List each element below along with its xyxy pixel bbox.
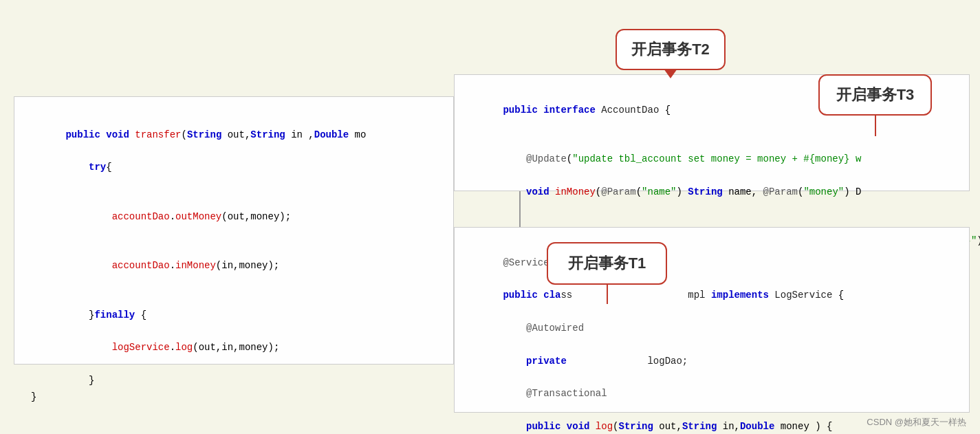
code-line-3 bbox=[31, 176, 437, 193]
callout-t3-connector bbox=[875, 116, 876, 136]
rt-line-3: @Update("update tbl_account set money = … bbox=[468, 135, 955, 168]
rb-line-5: @Transactional bbox=[468, 369, 955, 402]
code-line-1: public void transfer(String out,String i… bbox=[31, 111, 437, 144]
callout-t3-label: 开启事务T3 bbox=[836, 85, 915, 105]
callout-t1: 开启事务T1 bbox=[547, 242, 667, 285]
rt-line-5 bbox=[468, 201, 955, 217]
code-line-11: } bbox=[31, 389, 437, 406]
main-container: public void transfer(String out,String i… bbox=[0, 0, 980, 434]
code-line-6: accountDao.inMoney(in,money); bbox=[31, 241, 437, 274]
watermark: CSDN @她和夏天一样热 bbox=[867, 416, 966, 428]
connector-line bbox=[519, 191, 521, 227]
callout-t2: 开启事务T2 bbox=[616, 29, 726, 70]
code-line-7 bbox=[31, 274, 437, 291]
rb-line-1: @Service bbox=[468, 239, 955, 272]
left-code-panel: public void transfer(String out,String i… bbox=[14, 96, 454, 365]
rb-line-3: @Autowired bbox=[468, 304, 955, 337]
code-line-5 bbox=[31, 226, 437, 242]
callout-t2-label: 开启事务T2 bbox=[631, 39, 710, 60]
code-line-2: try{ bbox=[31, 144, 437, 177]
callout-t3: 开启事务T3 bbox=[818, 74, 932, 116]
code-line-10: } bbox=[31, 356, 437, 389]
code-line-4: accountDao.outMoney(out,money); bbox=[31, 193, 437, 226]
rt-line-4: void inMoney(@Param("name") String name,… bbox=[468, 168, 955, 201]
rb-line-4: private logDao; bbox=[468, 337, 955, 370]
callout-t1-connector bbox=[607, 285, 608, 304]
right-bottom-code-panel: @Service public class mpl implements Log… bbox=[454, 227, 970, 413]
code-line-8: }finally { bbox=[31, 291, 437, 324]
rb-line-2: public class mpl implements LogService { bbox=[468, 272, 955, 305]
rt-line-2 bbox=[468, 119, 955, 135]
code-line-9: logService.log(out,in,money); bbox=[31, 323, 437, 356]
callout-t1-label: 开启事务T1 bbox=[568, 253, 646, 274]
